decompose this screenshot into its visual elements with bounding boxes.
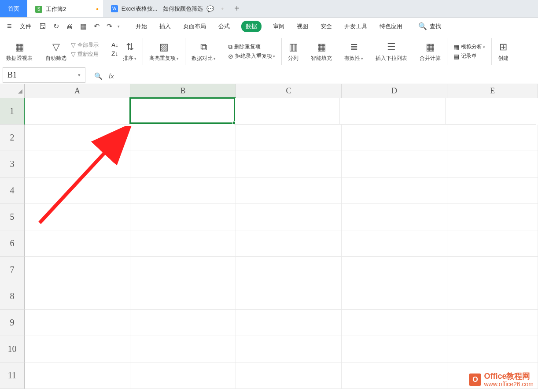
sort-asc-icon[interactable]: A↓ [111, 41, 118, 48]
filter-button[interactable]: ▽ 自动筛选 [45, 41, 66, 62]
cell-B3[interactable] [130, 151, 236, 178]
cell-E4[interactable] [447, 178, 538, 204]
record-button[interactable]: ▤ 记录单 [453, 52, 485, 60]
cell-E2[interactable] [447, 125, 538, 151]
sort-button[interactable]: ⇅ 排序▾ [123, 41, 136, 62]
name-box-dropdown-icon[interactable]: ▾ [78, 72, 81, 78]
save-icon[interactable]: 🖫 [37, 22, 49, 30]
compare-button[interactable]: ⧉ 数据对比▾ [192, 41, 216, 62]
cell-E5[interactable] [447, 204, 538, 230]
row-header-7[interactable]: 7 [0, 257, 25, 283]
cell-A2[interactable] [25, 125, 130, 151]
cell-B10[interactable] [130, 336, 236, 362]
cell-E3[interactable] [447, 151, 538, 178]
cell-B9[interactable] [130, 310, 236, 336]
preview-icon[interactable]: ▦ [77, 22, 89, 30]
search-box[interactable]: 🔍 查找 [418, 22, 441, 30]
cell-C4[interactable] [236, 178, 342, 204]
col-header-B[interactable]: B [130, 84, 236, 98]
cell-A8[interactable] [25, 283, 130, 310]
tab-home[interactable]: 首页 [0, 0, 27, 17]
col-header-C[interactable]: C [236, 84, 342, 98]
show-all-button[interactable]: ▽ 全部显示 [71, 41, 99, 49]
consolidate-button[interactable]: ▦ 合并计算 [420, 41, 441, 62]
cell-D2[interactable] [342, 125, 447, 151]
cell-C11[interactable] [236, 362, 342, 389]
menu-tab-start[interactable]: 开始 [135, 21, 148, 32]
row-header-11[interactable]: 11 [0, 362, 25, 389]
pivot-button[interactable]: ▦ 数据透视表 [6, 41, 33, 62]
row-header-10[interactable]: 10 [0, 336, 25, 362]
select-all-corner[interactable]: ◢ [0, 84, 25, 98]
simulate-button[interactable]: ▦ 模拟分析▾ [453, 43, 485, 51]
cell-C8[interactable] [236, 283, 342, 310]
cell-E8[interactable] [447, 283, 538, 310]
row-header-5[interactable]: 5 [0, 204, 25, 230]
row-header-9[interactable]: 9 [0, 310, 25, 336]
cell-C1[interactable] [234, 98, 340, 125]
menu-tab-insert[interactable]: 插入 [158, 21, 172, 32]
cell-E6[interactable] [447, 230, 538, 257]
cell-A6[interactable] [25, 230, 130, 257]
cell-B8[interactable] [130, 283, 236, 310]
dropdown-button[interactable]: ☰ 插入下拉列表 [376, 41, 407, 62]
fill-handle[interactable] [232, 121, 236, 124]
col-header-D[interactable]: D [342, 84, 447, 98]
cell-D11[interactable] [342, 362, 447, 389]
cell-C3[interactable] [236, 151, 342, 178]
zoom-icon[interactable]: 🔍 [94, 72, 103, 80]
name-box[interactable]: B1 ▾ [3, 67, 85, 83]
reapply-button[interactable]: ▽ 重新应用 [71, 51, 99, 58]
cell-D4[interactable] [342, 178, 447, 204]
menu-tab-view[interactable]: 视图 [296, 21, 309, 32]
split-button[interactable]: ▥ 分列 [288, 41, 298, 62]
cell-A9[interactable] [25, 310, 130, 336]
row-header-3[interactable]: 3 [0, 151, 25, 178]
menu-tab-security[interactable]: 安全 [320, 21, 333, 32]
cell-C6[interactable] [236, 230, 342, 257]
menu-tab-review[interactable]: 审阅 [272, 21, 285, 32]
cell-A1[interactable] [25, 98, 130, 125]
remove-dup-button[interactable]: ⧉ 删除重复项 [228, 43, 275, 51]
menu-tab-formula[interactable]: 公式 [217, 21, 231, 32]
highlight-button[interactable]: ▨ 高亮重复项▾ [149, 41, 179, 62]
cell-D10[interactable] [342, 336, 447, 362]
cell-E9[interactable] [447, 310, 538, 336]
validity-button[interactable]: ≣ 有效性▾ [344, 41, 363, 62]
cell-D8[interactable] [342, 283, 447, 310]
sort-desc-icon[interactable]: Z↓ [111, 50, 118, 57]
menu-tab-data[interactable]: 数据 [241, 21, 262, 32]
hamburger-icon[interactable]: ≡ [4, 22, 15, 31]
cell-C7[interactable] [236, 257, 342, 283]
formula-input[interactable] [120, 68, 538, 84]
cell-E1[interactable] [446, 98, 536, 125]
col-header-A[interactable]: A [25, 84, 130, 98]
cell-B1[interactable] [129, 97, 235, 124]
row-header-6[interactable]: 6 [0, 230, 25, 257]
cell-A4[interactable] [25, 178, 130, 204]
row-header-1[interactable]: 1 [0, 98, 25, 125]
menu-tab-layout[interactable]: 页面布局 [182, 21, 207, 32]
undo-icon[interactable]: ↶ [91, 22, 102, 30]
cell-D9[interactable] [342, 310, 447, 336]
cell-D7[interactable] [342, 257, 447, 283]
cell-A10[interactable] [25, 336, 130, 362]
cell-B4[interactable] [130, 178, 236, 204]
cell-A3[interactable] [25, 151, 130, 178]
menu-file[interactable]: 文件 [16, 22, 35, 30]
cell-A7[interactable] [25, 257, 130, 283]
cell-B5[interactable] [130, 204, 236, 230]
cell-D5[interactable] [342, 204, 447, 230]
cell-A11[interactable] [25, 362, 130, 389]
share-icon[interactable]: ↻ [51, 22, 62, 30]
cell-B7[interactable] [130, 257, 236, 283]
col-header-E[interactable]: E [447, 84, 538, 98]
cell-D3[interactable] [342, 151, 447, 178]
cell-C9[interactable] [236, 310, 342, 336]
menu-tab-dev[interactable]: 开发工具 [343, 21, 368, 32]
row-header-2[interactable]: 2 [0, 125, 25, 151]
cell-C5[interactable] [236, 204, 342, 230]
cell-E10[interactable] [447, 336, 538, 362]
fill-button[interactable]: ▦ 智能填充 [311, 41, 332, 62]
cell-B11[interactable] [130, 362, 236, 389]
